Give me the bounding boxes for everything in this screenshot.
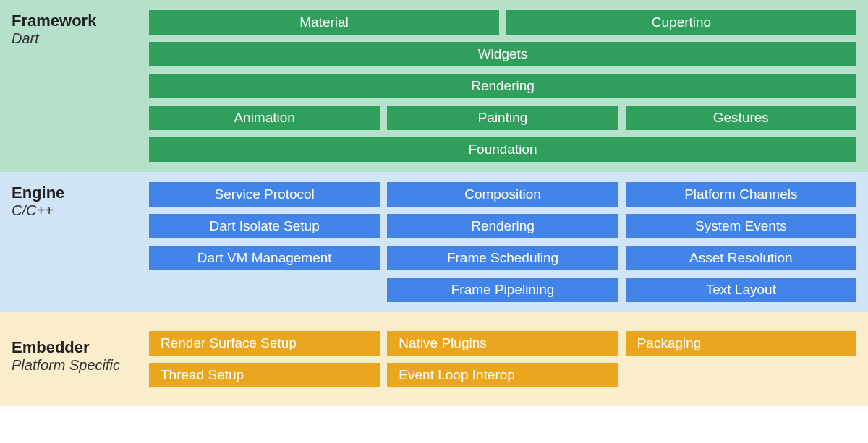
block-cupertino: Cupertino	[506, 10, 856, 35]
embedder-col-1: Render Surface Setup Thread Setup	[149, 331, 380, 387]
block-render-surface-setup: Render Surface Setup	[149, 331, 380, 356]
framework-label: Framework Dart	[12, 10, 149, 162]
block-asset-resolution: Asset Resolution	[626, 246, 856, 270]
block-packaging: Packaging	[626, 331, 856, 356]
embedder-layer: Embedder Platform Specific Render Surfac…	[0, 312, 868, 406]
block-native-plugins: Native Plugins	[387, 331, 618, 356]
embedder-label: Embedder Platform Specific	[12, 331, 149, 387]
block-system-events: System Events	[626, 214, 856, 238]
embedder-subtitle: Platform Specific	[12, 357, 149, 374]
block-material: Material	[149, 10, 499, 35]
block-widgets: Widgets	[149, 42, 856, 66]
block-empty	[149, 278, 380, 302]
framework-body: Material Cupertino Widgets Rendering Ani…	[149, 10, 856, 162]
engine-layer: Engine C/C++ Service Protocol Compositio…	[0, 172, 868, 312]
framework-row-4: Animation Painting Gestures	[149, 106, 856, 130]
engine-body: Service Protocol Composition Platform Ch…	[149, 182, 856, 302]
embedder-title: Embedder	[12, 338, 149, 357]
engine-row-1: Service Protocol Composition Platform Ch…	[149, 182, 856, 207]
block-dart-isolate-setup: Dart Isolate Setup	[149, 214, 380, 238]
framework-layer: Framework Dart Material Cupertino Widget…	[0, 0, 868, 172]
block-dart-vm-management: Dart VM Management	[149, 246, 380, 270]
embedder-body: Render Surface Setup Thread Setup Native…	[149, 331, 856, 387]
engine-row-3: Dart VM Management Frame Scheduling Asse…	[149, 246, 856, 270]
block-frame-scheduling: Frame Scheduling	[387, 246, 618, 270]
embedder-col-3: Packaging	[626, 331, 856, 387]
block-service-protocol: Service Protocol	[149, 182, 380, 207]
block-foundation: Foundation	[149, 137, 856, 162]
block-platform-channels: Platform Channels	[626, 182, 856, 207]
engine-subtitle: C/C++	[12, 202, 149, 219]
block-painting: Painting	[387, 106, 618, 130]
engine-title: Engine	[12, 184, 149, 202]
framework-row-1: Material Cupertino	[149, 10, 856, 35]
engine-row-4: Frame Pipelining Text Layout	[149, 278, 856, 302]
block-text-layout: Text Layout	[626, 278, 856, 302]
framework-title: Framework	[12, 12, 149, 30]
engine-label: Engine C/C++	[12, 182, 149, 302]
block-rendering: Rendering	[149, 74, 856, 98]
block-thread-setup: Thread Setup	[149, 363, 380, 387]
block-composition: Composition	[387, 182, 618, 207]
embedder-col-2: Native Plugins Event Loop Interop	[387, 331, 618, 387]
framework-row-3: Rendering	[149, 74, 856, 98]
block-engine-rendering: Rendering	[387, 214, 618, 238]
block-gestures: Gestures	[626, 106, 856, 130]
framework-row-5: Foundation	[149, 137, 856, 162]
engine-row-2: Dart Isolate Setup Rendering System Even…	[149, 214, 856, 238]
framework-row-2: Widgets	[149, 42, 856, 66]
framework-subtitle: Dart	[12, 30, 149, 47]
block-animation: Animation	[149, 106, 380, 130]
block-frame-pipelining: Frame Pipelining	[387, 278, 618, 302]
block-event-loop-interop: Event Loop Interop	[387, 363, 618, 387]
